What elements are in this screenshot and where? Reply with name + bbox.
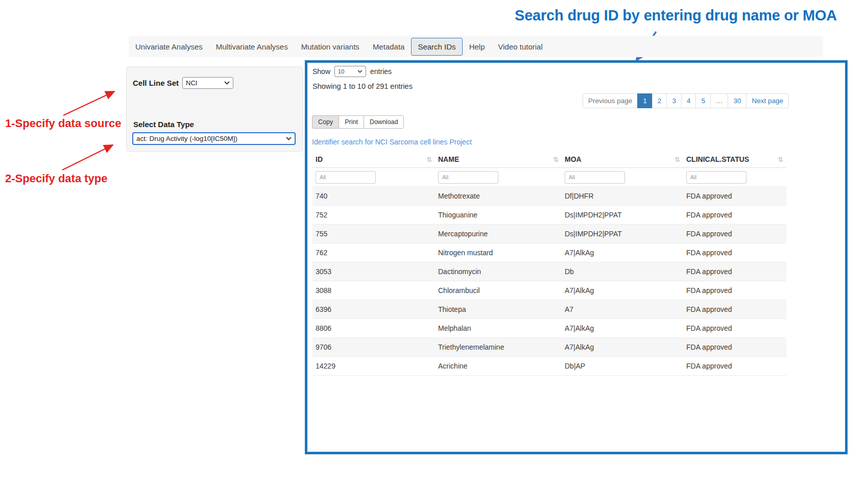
cell-moa: A7|AlkAg bbox=[562, 281, 683, 300]
page-button-4[interactable]: 4 bbox=[681, 93, 696, 108]
cell-line-set-value: NCI bbox=[186, 79, 197, 87]
cell-name: Melphalan bbox=[435, 319, 562, 338]
table-row[interactable]: 3088 Chlorambucil A7|AlkAg FDA approved bbox=[312, 281, 786, 300]
cell-status: FDA approved bbox=[683, 300, 786, 319]
tab-search-ids[interactable]: Search IDs bbox=[411, 38, 462, 56]
table-row[interactable]: 14229 Acrichine Db|AP FDA approved bbox=[312, 357, 786, 376]
column-header-moa-label: MOA bbox=[565, 155, 582, 163]
tab-help[interactable]: Help bbox=[463, 38, 492, 56]
sort-icon[interactable]: ⇅ bbox=[674, 156, 680, 163]
cell-status: FDA approved bbox=[683, 338, 786, 357]
download-button[interactable]: Download bbox=[364, 115, 404, 129]
table-row[interactable]: 9706 Triethylenemelamine A7|AlkAg FDA ap… bbox=[312, 338, 786, 357]
cell-moa: Ds|IMPDH2|PPAT bbox=[562, 206, 683, 225]
cell-id: 3088 bbox=[312, 281, 435, 300]
cell-status: FDA approved bbox=[683, 357, 786, 376]
filter-input-clinical-status[interactable] bbox=[686, 171, 746, 184]
cell-id: 14229 bbox=[312, 357, 435, 376]
tab-metadata[interactable]: Metadata bbox=[366, 38, 412, 56]
previous-page-button[interactable]: Previous page bbox=[583, 93, 638, 108]
column-header-moa[interactable]: MOA ⇅ bbox=[562, 151, 683, 168]
export-buttons: Copy Print Download bbox=[312, 115, 404, 129]
tab-mutation-variants[interactable]: Mutation variants bbox=[295, 38, 366, 56]
results-table: ID ⇅ NAME ⇅ MOA ⇅ CLINICAL.STATUS ⇅ bbox=[312, 151, 786, 376]
cell-id: 755 bbox=[312, 225, 435, 243]
sort-icon[interactable]: ⇅ bbox=[426, 156, 432, 163]
cell-moa: A7|AlkAg bbox=[562, 243, 683, 262]
table-row[interactable]: 6396 Thiotepa A7 FDA approved bbox=[312, 300, 786, 319]
column-header-id[interactable]: ID ⇅ bbox=[312, 151, 435, 168]
table-row[interactable]: 3053 Dactinomycin Db FDA approved bbox=[312, 262, 786, 281]
main-navbar: Univariate Analyses Multivariate Analyse… bbox=[129, 36, 823, 57]
data-type-value: act: Drug Activity (-log10[IC50M]) bbox=[136, 135, 237, 142]
cell-status: FDA approved bbox=[683, 281, 786, 300]
page-ellipsis: … bbox=[710, 93, 729, 108]
column-header-id-label: ID bbox=[316, 155, 323, 163]
cell-moa: Db bbox=[562, 262, 683, 281]
cell-name: Acrichine bbox=[435, 357, 562, 376]
cell-name: Triethylenemelamine bbox=[435, 338, 562, 357]
tab-video-tutorial[interactable]: Video tutorial bbox=[491, 38, 549, 56]
cell-id: 9706 bbox=[312, 338, 435, 357]
cell-name: Dactinomycin bbox=[435, 262, 562, 281]
next-page-button[interactable]: Next page bbox=[746, 93, 789, 108]
cell-name: Thiotepa bbox=[435, 300, 562, 319]
tab-multivariate-analyses[interactable]: Multivariate Analyses bbox=[209, 38, 295, 56]
filter-input-id[interactable] bbox=[316, 171, 376, 184]
copy-button[interactable]: Copy bbox=[312, 115, 339, 129]
page-button-3[interactable]: 3 bbox=[666, 93, 682, 108]
cell-id: 762 bbox=[312, 243, 435, 262]
cell-id: 752 bbox=[312, 206, 435, 225]
data-type-select[interactable]: act: Drug Activity (-log10[IC50M]) bbox=[132, 132, 296, 145]
page-length-row: Show 10 entries bbox=[312, 66, 392, 77]
tab-univariate-analyses[interactable]: Univariate Analyses bbox=[129, 38, 209, 56]
table-row[interactable]: 762 Nitrogen mustard A7|AlkAg FDA approv… bbox=[312, 243, 786, 262]
table-row[interactable]: 740 Methotrexate Df|DHFR FDA approved bbox=[312, 187, 786, 206]
page-length-value: 10 bbox=[338, 68, 344, 75]
sort-icon[interactable]: ⇅ bbox=[778, 156, 783, 163]
results-panel: Show 10 entries Showing 1 to 10 of 291 e… bbox=[305, 60, 848, 454]
cell-moa: A7 bbox=[562, 300, 683, 319]
cell-moa: A7|AlkAg bbox=[562, 319, 683, 338]
page-button-2[interactable]: 2 bbox=[652, 93, 667, 108]
chevron-down-icon bbox=[224, 81, 230, 85]
identifier-search-link[interactable]: Identifier search for NCI Sarcoma cell l… bbox=[312, 138, 472, 146]
sidebar-panel: Cell Line Set NCI Select Data Type act: … bbox=[126, 66, 303, 152]
cell-name: Nitrogen mustard bbox=[435, 243, 562, 262]
pagination: Previous page 1 2 3 4 5 … 30 Next page bbox=[583, 93, 789, 108]
table-info: Showing 1 to 10 of 291 entries bbox=[312, 82, 413, 90]
cell-status: FDA approved bbox=[683, 319, 786, 338]
table-row[interactable]: 755 Mercaptopurine Ds|IMPDH2|PPAT FDA ap… bbox=[312, 225, 786, 243]
cell-status: FDA approved bbox=[683, 187, 786, 206]
cell-line-set-select[interactable]: NCI bbox=[182, 77, 233, 89]
table-filter-row bbox=[312, 168, 786, 187]
screenshot-root: Search drug ID by entering drug name or … bbox=[0, 0, 868, 488]
print-button[interactable]: Print bbox=[339, 115, 364, 129]
table-row[interactable]: 752 Thioguanine Ds|IMPDH2|PPAT FDA appro… bbox=[312, 206, 786, 225]
cell-status: FDA approved bbox=[683, 262, 786, 281]
sort-icon[interactable]: ⇅ bbox=[553, 156, 559, 163]
annotation-step1: 1-Specify data source bbox=[5, 117, 121, 130]
chevron-down-icon bbox=[286, 137, 292, 140]
red-arrow-2-icon bbox=[62, 145, 112, 170]
cell-id: 740 bbox=[312, 187, 435, 206]
page-length-select[interactable]: 10 bbox=[334, 66, 366, 77]
annotation-title: Search drug ID by entering drug name or … bbox=[515, 7, 867, 24]
page-button-1[interactable]: 1 bbox=[637, 93, 653, 108]
cell-line-set-label: Cell Line Set bbox=[133, 79, 179, 87]
cell-moa: Db|AP bbox=[562, 357, 683, 376]
cell-moa: Ds|IMPDH2|PPAT bbox=[562, 225, 683, 243]
cell-name: Methotrexate bbox=[435, 187, 562, 206]
entries-label: entries bbox=[370, 67, 392, 76]
filter-input-moa[interactable] bbox=[565, 171, 625, 184]
filter-input-name[interactable] bbox=[438, 171, 498, 184]
show-label: Show bbox=[312, 67, 330, 76]
chevron-down-icon bbox=[357, 70, 363, 73]
column-header-name[interactable]: NAME ⇅ bbox=[435, 151, 562, 168]
table-row[interactable]: 8806 Melphalan A7|AlkAg FDA approved bbox=[312, 319, 786, 338]
column-header-clinical-status[interactable]: CLINICAL.STATUS ⇅ bbox=[683, 151, 786, 168]
cell-line-set-row: Cell Line Set NCI bbox=[133, 77, 233, 89]
page-button-5[interactable]: 5 bbox=[695, 93, 711, 108]
page-button-30[interactable]: 30 bbox=[728, 93, 746, 108]
red-arrow-1-icon bbox=[63, 92, 113, 115]
